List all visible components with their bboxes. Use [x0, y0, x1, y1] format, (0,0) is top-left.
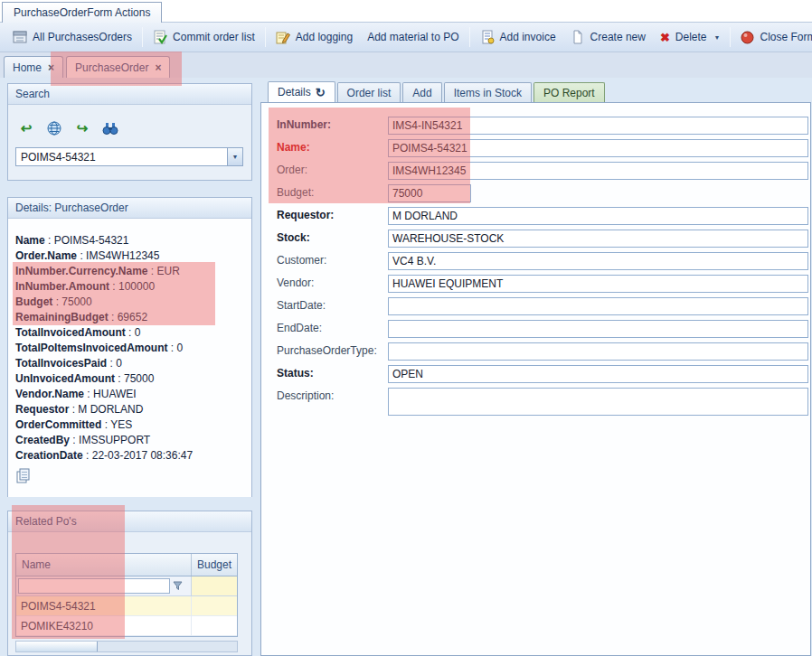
budget-input[interactable] — [388, 184, 471, 202]
details-panel-header: Details: PurchaseOrder — [8, 198, 251, 219]
main-tab-strip: Details ↻ Order list Add Items in Stock … — [268, 81, 605, 102]
tab-details[interactable]: Details ↻ — [268, 81, 335, 102]
form-row: Order: — [261, 162, 810, 182]
tab-add[interactable]: Add — [402, 82, 441, 102]
form-row: Name: — [261, 139, 810, 159]
document-tab-strip: Home × PurchaseOrder × — [0, 52, 812, 78]
purchaseordertype-input[interactable] — [388, 342, 808, 361]
nav-back-button[interactable]: ↩ — [15, 117, 37, 138]
detail-line: TotalPoItemsInvoicedAmount : 0 — [15, 341, 244, 356]
filter-name-cell — [16, 576, 191, 595]
related-pos-panel: Related Po's Name Budget POIMS4-54321 — [7, 511, 252, 656]
tab-label: Home — [13, 61, 42, 74]
close-form-icon — [741, 31, 754, 44]
row-name-cell: POIMS4-54321 — [16, 596, 191, 615]
form-row: Customer: — [261, 252, 810, 272]
close-tab-icon[interactable]: × — [48, 62, 54, 73]
tab-label: Items in Stock — [454, 87, 522, 99]
description-input[interactable] — [388, 388, 808, 416]
search-panel-title: Search — [15, 88, 50, 100]
combo-dropdown-button[interactable]: ▼ — [227, 148, 242, 165]
form-row: Vendor: — [261, 275, 810, 295]
table-row[interactable]: POMIKE43210 — [16, 616, 237, 636]
detail-line: Vendor.Name : HUAWEI — [15, 387, 244, 402]
detail-line: RemainingBudget : 69652 — [15, 310, 244, 325]
related-pos-grid: Name Budget POIMS4-54321 POMIKE43210 — [15, 553, 238, 637]
tab-po-report[interactable]: PO Report — [533, 82, 605, 102]
purchaseordertype-label: PurchaseOrderType: — [277, 344, 385, 357]
grid-header-budget[interactable]: Budget — [191, 554, 237, 576]
grid-filter-row — [16, 576, 237, 596]
detail-line: UnInvoicedAmount : 75000 — [15, 371, 244, 387]
scrollbar-thumb[interactable] — [16, 642, 98, 651]
copy-document-icon — [15, 468, 32, 484]
details-panel-title: Details: PurchaseOrder — [15, 201, 128, 214]
detail-line: InNumber.Currency.Name : EUR — [15, 264, 244, 279]
form-row: EndDate: — [261, 320, 810, 340]
form-row: StartDate: — [261, 297, 810, 317]
create-new-icon — [571, 30, 585, 44]
commit-order-list-button[interactable]: Commit order list — [146, 26, 262, 48]
toolbar-label: Add invoice — [500, 31, 556, 43]
close-tab-icon[interactable]: × — [155, 62, 161, 73]
tab-label: Add — [412, 87, 431, 99]
close-form-button[interactable]: Close Form — [733, 27, 812, 48]
detail-line: OrderCommitted : YES — [15, 417, 244, 433]
tab-order-list[interactable]: Order list — [337, 82, 401, 102]
content-area: Search ↩ ↪ ▼ Details: PurchaseOrder — [0, 78, 812, 656]
row-budget-cell — [191, 596, 237, 615]
add-logging-button[interactable]: Add logging — [269, 26, 360, 48]
status-input[interactable] — [388, 365, 808, 383]
form-row: Stock: — [261, 230, 810, 249]
search-combo-input[interactable] — [16, 148, 227, 165]
innumber-input[interactable] — [388, 117, 808, 135]
customer-input[interactable] — [388, 252, 808, 270]
tab-label: Details — [278, 86, 311, 98]
commit-order-icon — [153, 30, 167, 44]
related-pos-header: Related Po's — [8, 511, 251, 532]
tab-home[interactable]: Home × — [4, 56, 63, 78]
delete-button[interactable]: ✖ Delete ▼ — [653, 27, 728, 47]
find-button[interactable] — [99, 117, 121, 138]
requestor-input[interactable] — [388, 207, 808, 225]
form-row: Description: — [261, 388, 810, 418]
startdate-input[interactable] — [388, 297, 808, 315]
globe-button[interactable] — [43, 117, 65, 138]
toolbar-label: Add material to PO — [367, 31, 458, 43]
combo-caret-icon: ▼ — [232, 154, 239, 160]
stock-label: Stock: — [277, 231, 385, 244]
horizontal-scrollbar[interactable] — [15, 641, 238, 652]
search-panel: Search ↩ ↪ ▼ — [7, 83, 252, 181]
status-label: Status: — [277, 367, 385, 380]
vendor-input[interactable] — [388, 275, 808, 293]
delete-dropdown-caret-icon[interactable]: ▼ — [714, 34, 721, 41]
all-purchase-orders-button[interactable]: All PurchasesOrders — [5, 26, 139, 48]
search-panel-header: Search — [8, 84, 251, 105]
stock-input[interactable] — [388, 230, 808, 248]
filter-name-input[interactable] — [18, 578, 170, 594]
enddate-input[interactable] — [388, 320, 808, 338]
detail-line: TotalInvoicedAmount : 0 — [15, 325, 244, 341]
name-input[interactable] — [388, 139, 808, 157]
grid-header-name[interactable]: Name — [16, 554, 191, 576]
refresh-icon[interactable]: ↻ — [316, 86, 326, 99]
toolbar-label: All PurchasesOrders — [33, 31, 132, 43]
tab-items-in-stock[interactable]: Items in Stock — [444, 82, 532, 102]
filter-budget-cell[interactable] — [191, 576, 237, 595]
toolbar-label: Commit order list — [173, 31, 255, 43]
filter-funnel-icon[interactable] — [173, 581, 183, 591]
tab-purchaseorder[interactable]: PurchaseOrder × — [66, 56, 170, 78]
window-title: PurchaseOrderForm Actions — [14, 6, 150, 19]
toolbar-label: Create new — [590, 31, 646, 43]
copy-details-button[interactable] — [15, 467, 35, 485]
create-new-button[interactable]: Create new — [563, 26, 653, 48]
name-label: Name: — [277, 141, 385, 154]
table-row[interactable]: POIMS4-54321 — [16, 596, 237, 616]
add-invoice-button[interactable]: Add invoice — [473, 26, 563, 48]
enddate-label: EndDate: — [277, 322, 385, 334]
add-material-to-po-button[interactable]: Add material to PO — [360, 27, 466, 47]
form-row: PurchaseOrderType: — [261, 342, 810, 362]
nav-forward-button[interactable]: ↪ — [71, 117, 93, 138]
order-input[interactable] — [388, 162, 808, 180]
row-budget-cell — [191, 616, 237, 635]
